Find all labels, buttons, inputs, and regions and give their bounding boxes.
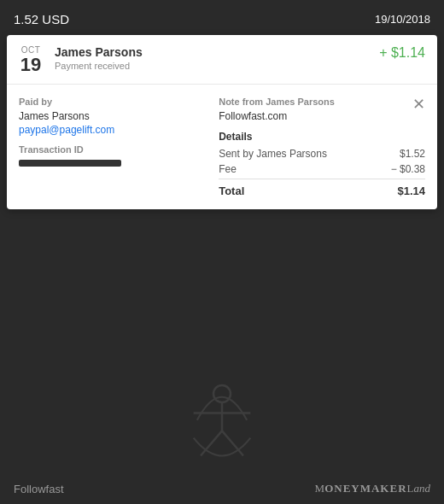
detail-row-sent-label: Sent by James Parsons (219, 148, 327, 160)
top-bar: 1.52 USD 19/10/2018 (0, 0, 444, 35)
sender-name: James Parsons (55, 45, 371, 59)
footer: Followfast MONEYMAKERLand (0, 473, 444, 504)
transaction-id-label: Transaction ID (19, 144, 202, 155)
detail-row-total: Total $1.14 (219, 179, 425, 197)
date-block: OCT 19 (19, 45, 43, 75)
detail-row-fee-label: Fee (219, 163, 237, 175)
paid-by-label: Paid by (19, 97, 202, 107)
top-bar-date: 19/10/2018 (375, 13, 430, 26)
card-right-section: ✕ Note from James Parsons Followfast.com… (219, 97, 425, 197)
paid-by-name: James Parsons (19, 110, 202, 122)
date-day: 19 (19, 55, 43, 75)
details-label: Details (219, 131, 425, 143)
note-value: Followfast.com (219, 110, 425, 122)
footer-right: MONEYMAKERLand (315, 482, 430, 495)
total-value: $1.14 (397, 185, 425, 197)
transaction-card: OCT 19 James Parsons Payment received + … (7, 35, 437, 209)
detail-row-fee: Fee − $0.38 (219, 163, 425, 175)
transaction-id-bar (19, 160, 121, 167)
detail-row-sent-value: $1.52 (400, 148, 425, 160)
footer-left: Followfast (14, 483, 64, 495)
card-header-info: James Parsons Payment received (55, 45, 371, 71)
card-header: OCT 19 James Parsons Payment received + … (7, 35, 437, 85)
svg-point-0 (213, 385, 231, 402)
card-amount: + $1.14 (379, 45, 425, 61)
card-left-section: Paid by James Parsons paypal@pagelift.co… (19, 97, 202, 197)
detail-row-fee-value: − $0.38 (391, 163, 425, 175)
svg-line-3 (201, 431, 222, 455)
watermark (179, 381, 265, 470)
payment-description: Payment received (55, 61, 371, 71)
paid-by-email[interactable]: paypal@pagelift.com (19, 124, 202, 136)
detail-row-sent: Sent by James Parsons $1.52 (219, 148, 425, 160)
footer-land: Land (407, 482, 430, 495)
close-button[interactable]: ✕ (412, 97, 425, 112)
total-label: Total (219, 185, 244, 197)
card-body: Paid by James Parsons paypal@pagelift.co… (7, 85, 437, 209)
footer-money: M (315, 482, 325, 495)
top-bar-amount: 1.52 USD (14, 12, 69, 26)
note-label: Note from James Parsons (219, 97, 425, 107)
svg-line-4 (222, 431, 243, 455)
